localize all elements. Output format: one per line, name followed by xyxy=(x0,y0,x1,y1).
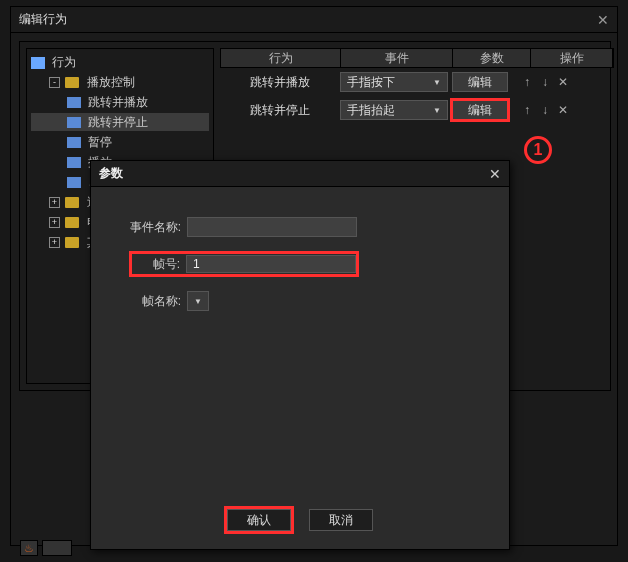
tree-root-icon xyxy=(31,57,45,69)
tab-item[interactable] xyxy=(42,540,72,556)
chevron-down-icon: ▼ xyxy=(433,78,441,87)
item-icon xyxy=(67,157,81,168)
edit-button[interactable]: 编辑 xyxy=(452,100,508,120)
close-icon[interactable]: ✕ xyxy=(597,12,609,28)
ok-button[interactable]: 确认 xyxy=(227,509,291,531)
event-dropdown[interactable]: 手指按下 ▼ xyxy=(340,72,448,92)
table-row: 跳转并停止 手指抬起 ▼ 编辑 ↑ ↓ ✕ xyxy=(220,96,614,124)
col-behavior: 行为 xyxy=(221,49,341,67)
move-down-icon[interactable]: ↓ xyxy=(538,75,552,89)
tree-item-jump-stop[interactable]: 跳转并停止 xyxy=(31,113,209,131)
row-ops: ↑ ↓ ✕ xyxy=(520,103,570,117)
row-ops: ↑ ↓ ✕ xyxy=(520,75,570,89)
row-behavior: 跳转并停止 xyxy=(224,102,336,119)
chevron-down-icon: ▼ xyxy=(433,106,441,115)
col-ops: 操作 xyxy=(531,49,613,67)
item-icon xyxy=(67,97,81,108)
tree-root[interactable]: 行为 xyxy=(31,53,209,71)
bottom-tab-strip: ♨ xyxy=(20,540,120,558)
expand-icon[interactable]: + xyxy=(49,217,60,228)
delete-icon[interactable]: ✕ xyxy=(556,75,570,89)
collapse-icon[interactable]: - xyxy=(49,77,60,88)
close-icon[interactable]: ✕ xyxy=(489,166,501,182)
frame-name-dropdown[interactable]: ▼ xyxy=(187,291,209,311)
folder-icon xyxy=(65,77,79,88)
event-dropdown[interactable]: 手指抬起 ▼ xyxy=(340,100,448,120)
table-row: 跳转并播放 手指按下 ▼ 编辑 ↑ ↓ ✕ xyxy=(220,68,614,96)
folder-icon xyxy=(65,197,79,208)
expand-icon[interactable]: + xyxy=(49,197,60,208)
chevron-down-icon: ▼ xyxy=(194,297,202,306)
item-icon xyxy=(67,177,81,188)
dialog-buttons: 确认 取消 xyxy=(91,509,509,531)
frame-name-label: 帧名称: xyxy=(115,293,187,310)
move-down-icon[interactable]: ↓ xyxy=(538,103,552,117)
params-dialog: 参数 ✕ 事件名称: 帧号: 帧名称: ▼ 确认 取消 xyxy=(90,160,510,550)
table-header: 行为 事件 参数 操作 xyxy=(220,48,614,68)
dialog-title-bar: 参数 ✕ xyxy=(91,161,509,187)
tree-playback-control[interactable]: - 播放控制 xyxy=(31,73,209,91)
folder-icon xyxy=(65,217,79,228)
cancel-button[interactable]: 取消 xyxy=(309,509,373,531)
dialog-body: 事件名称: 帧号: 帧名称: ▼ xyxy=(91,187,509,355)
tree-item-jump-play[interactable]: 跳转并播放 xyxy=(31,93,209,111)
item-icon xyxy=(67,117,81,128)
move-up-icon[interactable]: ↑ xyxy=(520,103,534,117)
callout-step-1: 1 xyxy=(524,136,552,164)
tree-item-pause[interactable]: 暂停 xyxy=(31,133,209,151)
folder-icon xyxy=(65,237,79,248)
frame-no-highlight: 帧号: xyxy=(129,251,359,277)
window-title: 编辑行为 xyxy=(19,11,597,28)
expand-icon[interactable]: + xyxy=(49,237,60,248)
window-title-bar: 编辑行为 ✕ xyxy=(11,7,617,33)
field-frame-no: 帧号: xyxy=(129,251,485,277)
frame-no-input[interactable] xyxy=(186,255,356,273)
event-name-input[interactable] xyxy=(187,217,357,237)
event-name-label: 事件名称: xyxy=(115,219,187,236)
move-up-icon[interactable]: ↑ xyxy=(520,75,534,89)
field-frame-name: 帧名称: ▼ xyxy=(115,291,485,311)
dialog-title: 参数 xyxy=(99,165,489,182)
edit-button[interactable]: 编辑 xyxy=(452,72,508,92)
row-behavior: 跳转并播放 xyxy=(224,74,336,91)
col-event: 事件 xyxy=(341,49,453,67)
item-icon xyxy=(67,137,81,148)
frame-no-label: 帧号: xyxy=(132,256,186,273)
field-event-name: 事件名称: xyxy=(115,217,485,237)
tab-flame-icon[interactable]: ♨ xyxy=(20,540,38,556)
delete-icon[interactable]: ✕ xyxy=(556,103,570,117)
col-params: 参数 xyxy=(453,49,531,67)
